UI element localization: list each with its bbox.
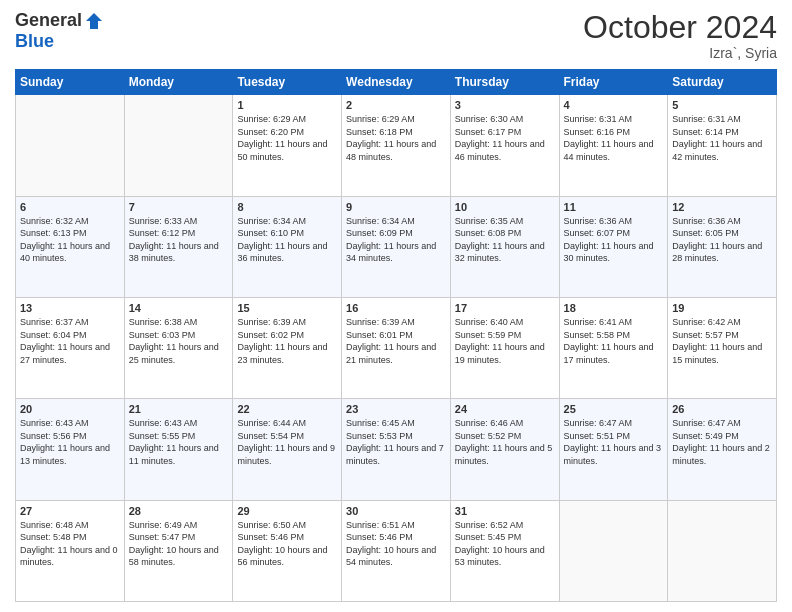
day-number: 1 — [237, 99, 337, 111]
day-info: Sunrise: 6:34 AMSunset: 6:09 PMDaylight:… — [346, 215, 446, 265]
calendar-cell — [559, 500, 668, 601]
day-info: Sunrise: 6:52 AMSunset: 5:45 PMDaylight:… — [455, 519, 555, 569]
day-info: Sunrise: 6:49 AMSunset: 5:47 PMDaylight:… — [129, 519, 229, 569]
calendar-cell — [124, 95, 233, 196]
calendar-cell: 19Sunrise: 6:42 AMSunset: 5:57 PMDayligh… — [668, 297, 777, 398]
calendar-cell: 23Sunrise: 6:45 AMSunset: 5:53 PMDayligh… — [342, 399, 451, 500]
day-info: Sunrise: 6:39 AMSunset: 6:01 PMDaylight:… — [346, 316, 446, 366]
day-number: 30 — [346, 505, 446, 517]
day-info: Sunrise: 6:36 AMSunset: 6:07 PMDaylight:… — [564, 215, 664, 265]
day-number: 2 — [346, 99, 446, 111]
calendar-cell: 8Sunrise: 6:34 AMSunset: 6:10 PMDaylight… — [233, 196, 342, 297]
day-number: 24 — [455, 403, 555, 415]
calendar-week-row: 1Sunrise: 6:29 AMSunset: 6:20 PMDaylight… — [16, 95, 777, 196]
calendar-cell: 11Sunrise: 6:36 AMSunset: 6:07 PMDayligh… — [559, 196, 668, 297]
calendar-cell: 28Sunrise: 6:49 AMSunset: 5:47 PMDayligh… — [124, 500, 233, 601]
day-number: 17 — [455, 302, 555, 314]
logo: General Blue — [15, 10, 104, 52]
calendar-cell: 13Sunrise: 6:37 AMSunset: 6:04 PMDayligh… — [16, 297, 125, 398]
day-info: Sunrise: 6:48 AMSunset: 5:48 PMDaylight:… — [20, 519, 120, 569]
day-info: Sunrise: 6:30 AMSunset: 6:17 PMDaylight:… — [455, 113, 555, 163]
day-number: 16 — [346, 302, 446, 314]
day-number: 8 — [237, 201, 337, 213]
calendar-cell: 14Sunrise: 6:38 AMSunset: 6:03 PMDayligh… — [124, 297, 233, 398]
day-info: Sunrise: 6:43 AMSunset: 5:55 PMDaylight:… — [129, 417, 229, 467]
day-number: 15 — [237, 302, 337, 314]
day-info: Sunrise: 6:38 AMSunset: 6:03 PMDaylight:… — [129, 316, 229, 366]
calendar-cell: 24Sunrise: 6:46 AMSunset: 5:52 PMDayligh… — [450, 399, 559, 500]
calendar-cell: 22Sunrise: 6:44 AMSunset: 5:54 PMDayligh… — [233, 399, 342, 500]
day-info: Sunrise: 6:39 AMSunset: 6:02 PMDaylight:… — [237, 316, 337, 366]
day-info: Sunrise: 6:45 AMSunset: 5:53 PMDaylight:… — [346, 417, 446, 467]
calendar-cell: 31Sunrise: 6:52 AMSunset: 5:45 PMDayligh… — [450, 500, 559, 601]
day-number: 31 — [455, 505, 555, 517]
calendar-cell: 16Sunrise: 6:39 AMSunset: 6:01 PMDayligh… — [342, 297, 451, 398]
day-info: Sunrise: 6:41 AMSunset: 5:58 PMDaylight:… — [564, 316, 664, 366]
calendar-cell — [16, 95, 125, 196]
day-info: Sunrise: 6:33 AMSunset: 6:12 PMDaylight:… — [129, 215, 229, 265]
day-number: 28 — [129, 505, 229, 517]
calendar-cell: 18Sunrise: 6:41 AMSunset: 5:58 PMDayligh… — [559, 297, 668, 398]
day-info: Sunrise: 6:50 AMSunset: 5:46 PMDaylight:… — [237, 519, 337, 569]
calendar-cell: 20Sunrise: 6:43 AMSunset: 5:56 PMDayligh… — [16, 399, 125, 500]
calendar-week-row: 6Sunrise: 6:32 AMSunset: 6:13 PMDaylight… — [16, 196, 777, 297]
day-info: Sunrise: 6:34 AMSunset: 6:10 PMDaylight:… — [237, 215, 337, 265]
calendar-cell: 9Sunrise: 6:34 AMSunset: 6:09 PMDaylight… — [342, 196, 451, 297]
logo-blue-text: Blue — [15, 31, 54, 51]
month-title: October 2024 — [583, 10, 777, 45]
calendar-cell: 29Sunrise: 6:50 AMSunset: 5:46 PMDayligh… — [233, 500, 342, 601]
day-number: 11 — [564, 201, 664, 213]
day-number: 20 — [20, 403, 120, 415]
calendar-cell: 15Sunrise: 6:39 AMSunset: 6:02 PMDayligh… — [233, 297, 342, 398]
col-tuesday: Tuesday — [233, 70, 342, 95]
logo-icon — [84, 11, 104, 31]
day-number: 19 — [672, 302, 772, 314]
calendar-cell: 26Sunrise: 6:47 AMSunset: 5:49 PMDayligh… — [668, 399, 777, 500]
day-number: 26 — [672, 403, 772, 415]
day-number: 23 — [346, 403, 446, 415]
day-info: Sunrise: 6:43 AMSunset: 5:56 PMDaylight:… — [20, 417, 120, 467]
day-info: Sunrise: 6:46 AMSunset: 5:52 PMDaylight:… — [455, 417, 555, 467]
day-number: 22 — [237, 403, 337, 415]
day-info: Sunrise: 6:47 AMSunset: 5:51 PMDaylight:… — [564, 417, 664, 467]
title-block: October 2024 Izra`, Syria — [583, 10, 777, 61]
day-info: Sunrise: 6:47 AMSunset: 5:49 PMDaylight:… — [672, 417, 772, 467]
day-number: 6 — [20, 201, 120, 213]
day-number: 12 — [672, 201, 772, 213]
day-number: 9 — [346, 201, 446, 213]
calendar-cell — [668, 500, 777, 601]
logo-general-text: General — [15, 10, 82, 31]
calendar-week-row: 27Sunrise: 6:48 AMSunset: 5:48 PMDayligh… — [16, 500, 777, 601]
calendar-cell: 21Sunrise: 6:43 AMSunset: 5:55 PMDayligh… — [124, 399, 233, 500]
day-number: 29 — [237, 505, 337, 517]
calendar-header-row: Sunday Monday Tuesday Wednesday Thursday… — [16, 70, 777, 95]
calendar-cell: 4Sunrise: 6:31 AMSunset: 6:16 PMDaylight… — [559, 95, 668, 196]
day-info: Sunrise: 6:37 AMSunset: 6:04 PMDaylight:… — [20, 316, 120, 366]
day-number: 18 — [564, 302, 664, 314]
day-number: 3 — [455, 99, 555, 111]
header: General Blue October 2024 Izra`, Syria — [15, 10, 777, 61]
calendar-cell: 3Sunrise: 6:30 AMSunset: 6:17 PMDaylight… — [450, 95, 559, 196]
calendar-cell: 5Sunrise: 6:31 AMSunset: 6:14 PMDaylight… — [668, 95, 777, 196]
calendar-cell: 6Sunrise: 6:32 AMSunset: 6:13 PMDaylight… — [16, 196, 125, 297]
calendar-cell: 10Sunrise: 6:35 AMSunset: 6:08 PMDayligh… — [450, 196, 559, 297]
day-number: 14 — [129, 302, 229, 314]
day-info: Sunrise: 6:35 AMSunset: 6:08 PMDaylight:… — [455, 215, 555, 265]
col-wednesday: Wednesday — [342, 70, 451, 95]
day-info: Sunrise: 6:29 AMSunset: 6:18 PMDaylight:… — [346, 113, 446, 163]
day-info: Sunrise: 6:31 AMSunset: 6:14 PMDaylight:… — [672, 113, 772, 163]
svg-marker-0 — [86, 13, 102, 29]
calendar-cell: 1Sunrise: 6:29 AMSunset: 6:20 PMDaylight… — [233, 95, 342, 196]
calendar-cell: 7Sunrise: 6:33 AMSunset: 6:12 PMDaylight… — [124, 196, 233, 297]
day-number: 5 — [672, 99, 772, 111]
col-monday: Monday — [124, 70, 233, 95]
calendar-table: Sunday Monday Tuesday Wednesday Thursday… — [15, 69, 777, 602]
day-info: Sunrise: 6:32 AMSunset: 6:13 PMDaylight:… — [20, 215, 120, 265]
day-info: Sunrise: 6:44 AMSunset: 5:54 PMDaylight:… — [237, 417, 337, 467]
day-number: 13 — [20, 302, 120, 314]
day-number: 25 — [564, 403, 664, 415]
day-info: Sunrise: 6:29 AMSunset: 6:20 PMDaylight:… — [237, 113, 337, 163]
calendar-cell: 25Sunrise: 6:47 AMSunset: 5:51 PMDayligh… — [559, 399, 668, 500]
day-number: 27 — [20, 505, 120, 517]
day-info: Sunrise: 6:31 AMSunset: 6:16 PMDaylight:… — [564, 113, 664, 163]
